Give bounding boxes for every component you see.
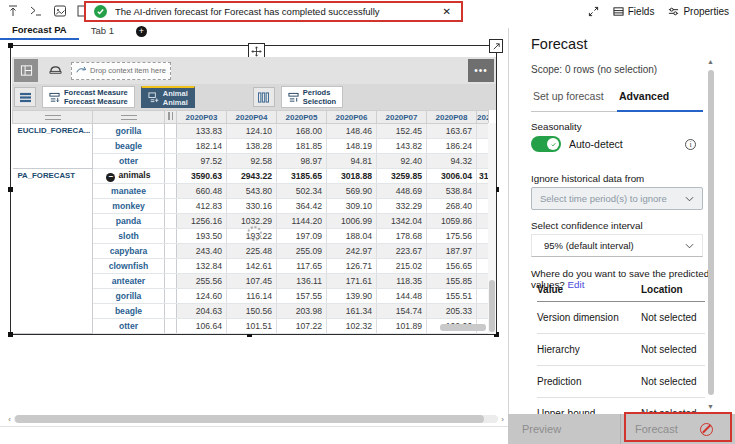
data-cell[interactable]: 133.83 [177,124,227,139]
row-member-label[interactable]: clownfish [93,259,165,274]
period-column-header[interactable]: 2020P06 [327,111,377,124]
data-cell[interactable]: 148.46 [327,124,377,139]
row-header-handle[interactable] [13,111,93,124]
data-cell[interactable]: 148.19 [327,139,377,154]
period-column-header[interactable]: 2020P04 [227,111,277,124]
data-cell[interactable]: 203.98 [277,304,327,319]
properties-button[interactable]: Properties [668,6,729,17]
data-cell[interactable]: 3185.65 [277,169,327,184]
data-tray-icon[interactable] [48,64,63,77]
forecast-button[interactable]: Forecast [621,414,735,444]
data-cell[interactable]: 223.67 [377,244,427,259]
data-cell[interactable]: 186.24 [427,139,477,154]
column-resize-gutter[interactable] [165,111,177,124]
canvas-horizontal-scrollbar[interactable]: ‹ › [5,413,507,425]
data-cell[interactable]: 3259.85 [377,169,427,184]
columns-axis-icon[interactable] [253,87,275,107]
location-cell[interactable]: Not selected [641,376,705,387]
row-member-label[interactable]: otter [93,154,165,169]
data-cell[interactable]: 412.83 [177,199,227,214]
data-cell[interactable]: 157.55 [277,289,327,304]
scroll-left-icon[interactable]: ‹ [5,415,14,424]
expand-icon[interactable] [588,6,599,17]
data-cell-partial[interactable] [477,184,489,199]
row-member-label[interactable]: capybara [93,244,165,259]
data-cell[interactable]: 101.51 [227,319,277,334]
data-cell[interactable]: 142.61 [227,259,277,274]
data-cell[interactable]: 255.56 [177,274,227,289]
data-cell[interactable]: 168.00 [277,124,327,139]
data-cell[interactable]: 1059.86 [427,214,477,229]
data-cell[interactable]: 138.28 [227,139,277,154]
data-cell[interactable]: 188.04 [327,229,377,244]
data-cell[interactable]: 3018.88 [327,169,377,184]
collapse-icon[interactable]: − [106,173,115,182]
tab-forecast-pa[interactable]: Forecast PA [0,22,79,40]
panel-scrollbar[interactable]: ▲ ▼ [707,58,714,410]
data-cell[interactable]: 116.14 [227,289,277,304]
period-column-header[interactable]: 2020P05 [277,111,327,124]
tab-set-up-forecast[interactable]: Set up forecast [531,84,617,112]
canvas-hscroll-thumb[interactable] [15,415,484,423]
location-cell[interactable]: Not selected [641,312,705,323]
row-header-handle[interactable] [93,111,165,124]
row-member-label[interactable]: anteater [93,274,165,289]
chip-forecast-measure[interactable]: Forecast Measure Forecast Measure [42,86,135,108]
fields-button[interactable]: Fields [613,6,655,17]
data-cell[interactable]: 107.22 [277,319,327,334]
data-cell[interactable]: 107.45 [227,274,277,289]
data-cell[interactable]: 1256.16 [177,214,227,229]
seasonality-toggle[interactable] [531,136,561,152]
add-tab-icon[interactable]: + [136,26,147,37]
data-cell[interactable]: 309.10 [327,199,377,214]
data-cell[interactable]: 502.34 [277,184,327,199]
grid-vscroll-thumb[interactable] [489,280,495,332]
data-cell[interactable]: 1342.04 [377,214,427,229]
data-cell[interactable]: 152.45 [377,124,427,139]
data-cell[interactable]: 98.97 [277,154,327,169]
terminal-icon[interactable] [29,4,43,18]
data-cell[interactable]: 156.65 [427,259,477,274]
data-cell[interactable]: 197.09 [277,229,327,244]
data-cell[interactable]: 204.63 [177,304,227,319]
data-cell-partial[interactable]: 31 [477,169,489,184]
data-cell[interactable]: 171.61 [327,274,377,289]
data-cell[interactable]: 193.50 [177,229,227,244]
data-cell[interactable]: 117.65 [277,259,327,274]
data-cell-partial[interactable] [477,289,489,304]
data-cell[interactable]: 155.85 [427,274,477,289]
info-icon[interactable]: i [685,139,696,150]
period-column-header[interactable]: 2020P03 [177,111,227,124]
widget-more-button[interactable]: ••• [468,59,494,82]
row-member-label[interactable]: gorilla [93,124,165,139]
data-cell[interactable]: 155.51 [427,289,477,304]
data-cell[interactable]: 136.11 [277,274,327,289]
rows-axis-icon[interactable] [14,87,36,107]
data-cell[interactable]: 255.09 [277,244,327,259]
data-cell[interactable]: 242.97 [327,244,377,259]
data-cell[interactable]: 182.14 [177,139,227,154]
data-cell[interactable]: 118.35 [377,274,427,289]
pivot-table[interactable]: 2020P032020P042020P052020P062020P072020P… [12,110,489,334]
row-member-label[interactable]: sloth [93,229,165,244]
data-cell[interactable]: 1144.20 [277,214,327,229]
ignore-periods-select[interactable]: Select time period(s) to ignore [531,187,703,210]
data-cell[interactable]: 139.90 [327,289,377,304]
data-cell[interactable]: 161.34 [327,304,377,319]
data-cell[interactable]: 569.90 [327,184,377,199]
preview-button[interactable]: Preview [508,414,621,444]
data-cell-partial[interactable] [477,259,489,274]
data-cell-partial[interactable] [477,214,489,229]
row-member-label[interactable]: panda [93,214,165,229]
data-cell[interactable]: 3006.04 [427,169,477,184]
data-cell[interactable]: 126.71 [327,259,377,274]
panel-scroll-thumb[interactable] [708,70,714,395]
data-cell[interactable]: 364.42 [277,199,327,214]
image-icon[interactable] [53,4,67,18]
data-cell[interactable]: 3590.63 [177,169,227,184]
data-cell[interactable]: 187.97 [427,244,477,259]
data-cell[interactable]: 143.82 [377,139,427,154]
row-group-label[interactable]: PA_FORECAST [13,169,93,334]
data-cell[interactable]: 1006.99 [327,214,377,229]
data-cell[interactable]: 225.48 [227,244,277,259]
